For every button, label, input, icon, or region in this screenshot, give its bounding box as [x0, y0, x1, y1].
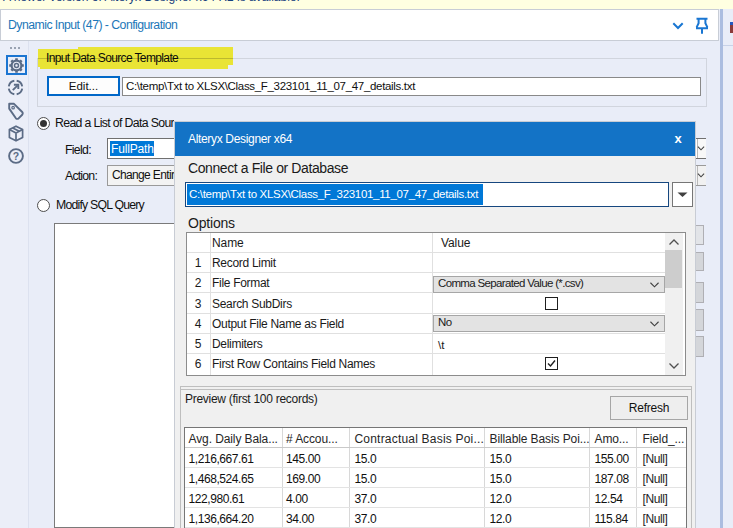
svg-text:?: ?	[13, 150, 19, 162]
